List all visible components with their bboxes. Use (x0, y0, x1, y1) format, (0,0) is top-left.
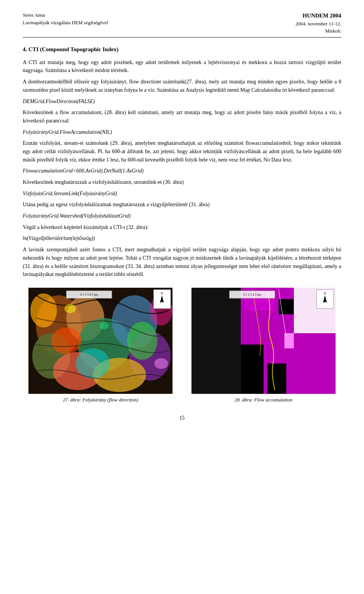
figure-28-container: N 0 1 2 3 4 5 km 28. ábra: Flow accumula… (186, 288, 341, 404)
section-title: 4. CTI (Compound Topographic Index) (23, 45, 341, 54)
svg-text:0  1  2  3  4    5 km: 0 1 2 3 4 5 km (243, 293, 261, 296)
section-number: 4. (23, 46, 27, 52)
paragraph-6: Utána pedig az egész vízfolyáshálózatnak… (23, 201, 341, 209)
flow-map-svg: N 0 1 2 3 4 5 km (186, 288, 341, 394)
svg-text:N: N (161, 292, 163, 295)
author-name: Seres Anna (23, 11, 108, 19)
svg-point-14 (64, 304, 76, 313)
paragraph-vizfolyasgrid: VízfolyásGrid.StreamLink(FolyásirányGrid… (23, 190, 341, 198)
svg-text:N: N (324, 292, 326, 295)
paragraph-5: Következőnek meghatározzuk a vízfolyáshá… (23, 178, 341, 187)
header-right: HUNDEM 2004 2004. november 11-12. Miskol… (295, 11, 341, 35)
terrain-map-svg: N 0 1 2 3 4 5 km (23, 288, 178, 394)
paragraph-4: Ezután vízfolyást, stream-et számolunk (… (23, 139, 341, 164)
page-number: 15 (23, 415, 341, 421)
figure-27-container: N 0 1 2 3 4 5 km 27. ábra: Folyásirány (… (23, 288, 178, 404)
svg-point-11 (127, 322, 157, 360)
page: Seres Anna Lavinapályák vizsgálata DEM s… (0, 0, 364, 594)
paragraph-1: A CTI azt mutatja meg, hogy egy adott pi… (23, 58, 341, 75)
paragraph-8: A lavinák szempontjából azért fontos a C… (23, 246, 341, 279)
svg-point-9 (51, 328, 82, 354)
svg-rect-24 (191, 288, 241, 394)
svg-text:0  1  2  3  4    5 km: 0 1 2 3 4 5 km (80, 293, 98, 296)
svg-point-10 (76, 348, 110, 379)
paragraph-3: Következőnek a flow accumulationt, (28. … (23, 108, 341, 125)
section-heading: CTI (Compound Topographic Index) (28, 46, 118, 52)
main-content: 4. CTI (Compound Topographic Index) A CT… (23, 45, 341, 404)
paragraph-demgrid: DEMGrid.FlowDirection(FALSE) (23, 97, 341, 106)
conference-location: Miskolc (295, 27, 341, 35)
paragraph-7: Végül a következő képlettel kiszámítjuk … (23, 223, 341, 232)
conference-date: 2004. november 11-12. (295, 20, 341, 28)
figure-27-image: N 0 1 2 3 4 5 km (23, 288, 178, 394)
paragraph-2: A domborzatmodellből először egy folyási… (23, 78, 341, 94)
svg-point-16 (154, 358, 168, 369)
figures-row: N 0 1 2 3 4 5 km 27. ábra: Folyásirány (… (23, 288, 341, 404)
page-header: Seres Anna Lavinapályák vizsgálata DEM s… (23, 11, 341, 38)
paragraph-folyasirany: FolyásirányGrid.FlowAccumulation(NIL) (23, 128, 341, 136)
paragraph-watershed: FolyásirányGrid.Watershed(Vízfolyáshálóz… (23, 212, 341, 220)
paragraph-formula: ln(Vízgyűjtőterület/tan(lejtőszög)) (23, 234, 341, 243)
conference-name: HUNDEM 2004 (295, 11, 341, 20)
paragraph-flowaccum: FlowaccumulationGrid<600.AsGrid).DetNull… (23, 167, 341, 175)
svg-rect-27 (267, 364, 286, 394)
header-left: Seres Anna Lavinapályák vizsgálata DEM s… (23, 11, 108, 26)
figure-27-caption: 27. ábra: Folyásirány (flow direction) (63, 396, 138, 404)
figure-28-image: N 0 1 2 3 4 5 km (186, 288, 341, 394)
svg-point-13 (30, 293, 57, 328)
document-subtitle: Lavinapályák vizsgálata DEM segítségével (23, 19, 108, 27)
figure-28-caption: 28. ábra: Flow accumulation (235, 396, 292, 404)
svg-point-15 (100, 322, 109, 329)
